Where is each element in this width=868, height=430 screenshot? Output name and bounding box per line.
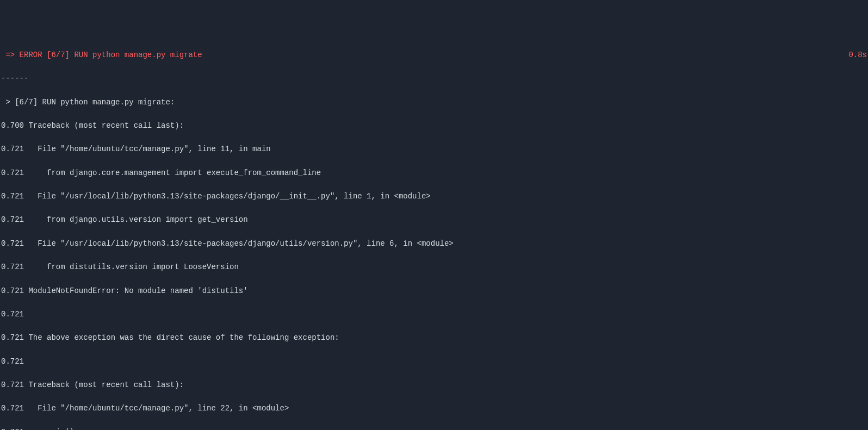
trace-line: 0.721 The above exception was the direct… [1,332,867,344]
error-header: => ERROR [6/7] RUN python manage.py migr… [1,49,867,61]
trace-line: 0.721 from django.utils.version import g… [1,214,867,226]
trace-line: 0.721 Traceback (most recent call last): [1,379,867,391]
error-header-left: => ERROR [6/7] RUN python manage.py migr… [1,49,202,61]
error-header-time: 0.8s [848,49,867,61]
trace-line: 0.721 [1,309,867,321]
trace-line: 0.721 from django.core.management import… [1,167,867,179]
trace-line: 0.700 Traceback (most recent call last): [1,120,867,132]
trace-line: 0.721 ModuleNotFoundError: No module nam… [1,285,867,297]
command-run-line: > [6/7] RUN python manage.py migrate: [1,97,867,109]
trace-line: 0.721 File "/usr/local/lib/python3.13/si… [1,238,867,250]
trace-line: 0.721 File "/usr/local/lib/python3.13/si… [1,191,867,203]
trace-line: 0.721 File "/home/ubuntu/tcc/manage.py",… [1,144,867,155]
trace-line: 0.721 File "/home/ubuntu/tcc/manage.py",… [1,403,867,415]
trace-line: 0.721 main() [1,427,867,430]
separator-top: ------ [1,73,867,85]
trace-line: 0.721 [1,356,867,368]
trace-line: 0.721 from distutils.version import Loos… [1,261,867,273]
